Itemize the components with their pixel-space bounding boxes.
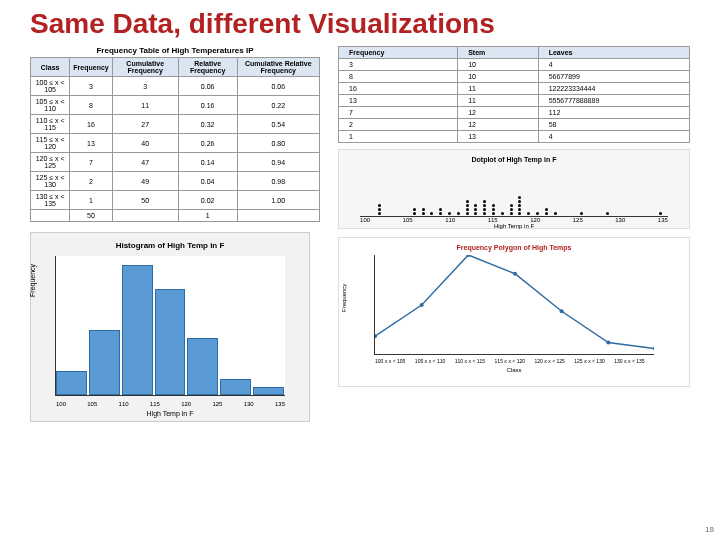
table-row: 130 ≤ x < 1351500.021.00 xyxy=(31,191,320,210)
table-row: 21258 xyxy=(339,119,690,131)
freq-table-caption: Frequency Table of High Temperatures IP xyxy=(30,46,320,55)
stem-header: Leaves xyxy=(538,47,689,59)
polygon-ylabel: Frequency xyxy=(341,284,347,312)
table-row: 712112 xyxy=(339,107,690,119)
dot-column xyxy=(606,212,609,216)
table-row: 1134 xyxy=(339,131,690,143)
polygon-xlabel: Class xyxy=(345,367,683,373)
stem-header: Frequency xyxy=(339,47,458,59)
content-area: Frequency Table of High Temperatures IP … xyxy=(0,46,720,422)
histogram-chart: Histogram of High Temp in F Frequency 10… xyxy=(30,232,310,422)
histogram-plot-area: 100105110115120125130135 xyxy=(55,256,285,396)
polygon-chart: Frequency Polygon of High Temps Frequenc… xyxy=(338,237,690,387)
left-column: Frequency Table of High Temperatures IP … xyxy=(30,46,320,422)
table-row: 3104 xyxy=(339,59,690,71)
dot-column xyxy=(501,212,504,216)
right-column: FrequencyStemLeaves 31048105667789916111… xyxy=(338,46,690,422)
histogram-ylabel: Frequency xyxy=(29,264,36,297)
table-row: 501 xyxy=(31,210,320,222)
dot-column xyxy=(457,212,460,216)
stem-header: Stem xyxy=(458,47,539,59)
histogram-bar xyxy=(220,379,251,395)
table-row: 81056677899 xyxy=(339,71,690,83)
dot-column xyxy=(510,204,513,216)
dotplot-title: Dotplot of High Temp in F xyxy=(343,156,685,163)
dotplot-chart: Dotplot of High Temp in F 10010511011512… xyxy=(338,149,690,229)
svg-point-6 xyxy=(653,347,654,351)
histogram-title: Histogram of High Temp in F xyxy=(39,241,301,250)
dot-column xyxy=(518,196,521,216)
stem-leaf-table: FrequencyStemLeaves 31048105667789916111… xyxy=(338,46,690,143)
svg-point-5 xyxy=(606,341,610,345)
dot-column xyxy=(466,200,469,216)
dotplot-area xyxy=(360,167,668,217)
dot-column xyxy=(378,204,381,216)
table-row: 110 ≤ x < 11516270.320.54 xyxy=(31,115,320,134)
svg-point-4 xyxy=(560,309,564,313)
table-row: 1611122223334444 xyxy=(339,83,690,95)
dot-column xyxy=(448,212,451,216)
slide-title: Same Data, different Visualizations xyxy=(0,0,720,46)
freq-header: Cumulative Frequency xyxy=(112,58,178,77)
dot-column xyxy=(439,208,442,216)
svg-point-3 xyxy=(513,272,517,276)
dot-column xyxy=(474,204,477,216)
table-row: 120 ≤ x < 1257470.140.94 xyxy=(31,153,320,172)
polygon-title: Frequency Polygon of High Temps xyxy=(345,244,683,251)
table-row: 115 ≤ x < 12013400.260.80 xyxy=(31,134,320,153)
svg-point-1 xyxy=(420,303,424,307)
dot-column xyxy=(527,212,530,216)
freq-header: Class xyxy=(31,58,70,77)
dot-column xyxy=(483,200,486,216)
polygon-plot-area: 100 ≤ x < 105105 ≤ x < 110110 ≤ x < 1151… xyxy=(374,255,654,355)
histogram-bar xyxy=(187,338,218,395)
dotplot-xlabel: High Temp in F xyxy=(343,223,685,229)
table-row: 13115556777888889 xyxy=(339,95,690,107)
dot-column xyxy=(422,208,425,216)
table-row: 105 ≤ x < 1108110.160.22 xyxy=(31,96,320,115)
histogram-bar xyxy=(56,371,87,395)
histogram-bar xyxy=(89,330,120,395)
freq-header: Frequency xyxy=(70,58,112,77)
dot-column xyxy=(492,204,495,216)
freq-header: Cumulative Relative Frequency xyxy=(237,58,319,77)
page-number: 18 xyxy=(705,525,714,534)
dot-column xyxy=(580,212,583,216)
histogram-bar xyxy=(253,387,284,395)
freq-header: Relative Frequency xyxy=(178,58,237,77)
frequency-table: ClassFrequencyCumulative FrequencyRelati… xyxy=(30,57,320,222)
histogram-bar xyxy=(155,289,186,395)
dot-column xyxy=(554,212,557,216)
histogram-bar xyxy=(122,265,153,395)
table-row: 125 ≤ x < 1302490.040.98 xyxy=(31,172,320,191)
histogram-xlabel: High Temp in F xyxy=(39,410,301,417)
dot-column xyxy=(430,212,433,216)
dot-column xyxy=(659,212,662,216)
dot-column xyxy=(413,208,416,216)
dot-column xyxy=(536,212,539,216)
dot-column xyxy=(545,208,548,216)
table-row: 100 ≤ x < 105330.060.06 xyxy=(31,77,320,96)
